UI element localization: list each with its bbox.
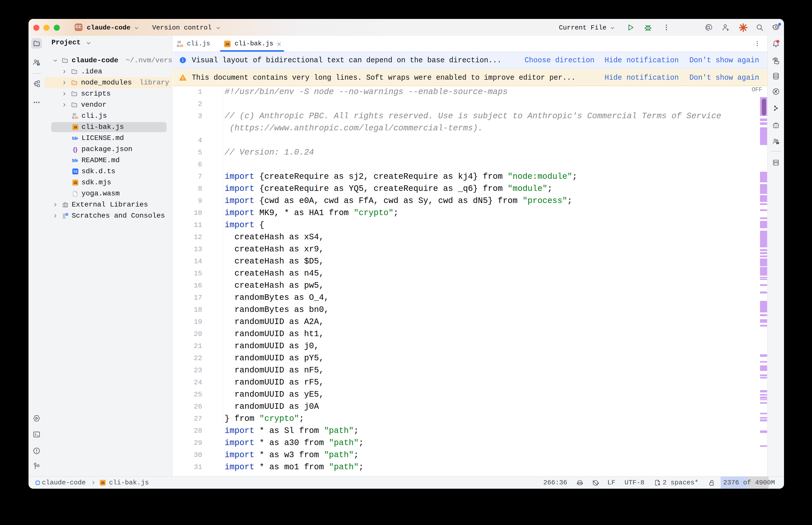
svg-text:10: 10 <box>72 113 76 116</box>
svg-text:O: O <box>177 44 179 48</box>
svg-text:O: O <box>72 116 74 120</box>
svg-text:10: 10 <box>177 40 181 44</box>
svg-text:JS: JS <box>225 42 230 46</box>
svg-text:JS: JS <box>74 116 78 120</box>
svg-text:{}: {} <box>73 146 77 153</box>
svg-text:M: M <box>72 158 76 163</box>
svg-text:JS: JS <box>73 181 77 184</box>
svg-text:JS: JS <box>179 44 183 48</box>
svg-text:JS: JS <box>73 125 77 129</box>
svg-text:TS: TS <box>73 170 77 174</box>
svg-text:?: ? <box>38 63 39 65</box>
svg-text:M: M <box>72 136 76 141</box>
svg-text:JS: JS <box>101 481 105 485</box>
